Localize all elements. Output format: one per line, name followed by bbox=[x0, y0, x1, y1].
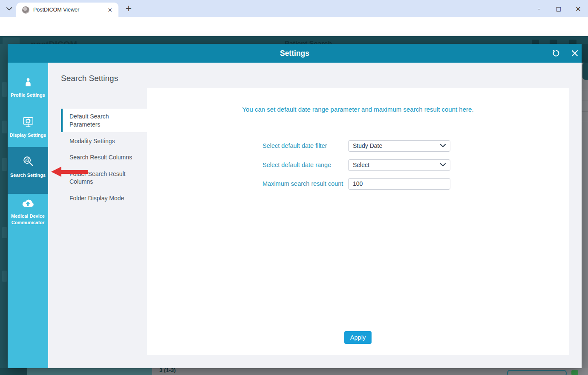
window-close-button[interactable]: × bbox=[568, 0, 588, 17]
site-favicon bbox=[22, 6, 29, 14]
settings-modal-header: Settings bbox=[8, 44, 582, 63]
window-maximize-button[interactable]: □ bbox=[549, 0, 568, 17]
tab-search-result-columns[interactable]: Search Result Columns bbox=[69, 153, 132, 161]
settings-modal: Settings Pro bbox=[8, 44, 582, 368]
arrow-head bbox=[51, 167, 61, 177]
sidebar-item-label: Profile Settings bbox=[9, 92, 48, 98]
person-icon bbox=[23, 77, 34, 88]
sidebar-item-label: Medical Device Communicator bbox=[9, 213, 48, 226]
tab-default-search-parameters[interactable]: Default Search Parameters bbox=[61, 109, 147, 132]
search-gear-icon bbox=[22, 156, 35, 168]
footer-corner bbox=[0, 368, 27, 375]
section-title: Search Settings bbox=[61, 74, 118, 83]
sidebar-item-label: Search Settings bbox=[9, 172, 48, 179]
form-row: Select default date filter Study Date bbox=[147, 138, 569, 153]
browser-toolbar: ← → ↻ germany.postdicom.com/Viewer/Main … bbox=[0, 17, 588, 36]
max-search-result-count-input[interactable] bbox=[348, 178, 450, 190]
app-sidebar-icon bbox=[2, 121, 7, 133]
new-tab-button[interactable]: + bbox=[123, 2, 135, 14]
sidebar-item-medical-device-communicator[interactable]: Medical Device Communicator bbox=[8, 194, 48, 237]
settings-refresh-button[interactable] bbox=[550, 48, 562, 59]
app-footer-dimmed: 3 (1-3) bbox=[0, 368, 588, 375]
settings-content-panel: You can set default date range parameter… bbox=[147, 88, 569, 355]
tab-modality-settings[interactable]: Modality Settings bbox=[69, 137, 115, 145]
settings-title: Settings bbox=[280, 49, 309, 58]
screen: PostDICOM Viewer × + – □ × ← → ↻ germany… bbox=[0, 0, 588, 375]
form-row: Maximum search result count bbox=[147, 176, 569, 191]
footer-teal-bar bbox=[27, 368, 152, 375]
tab-title: PostDICOM Viewer bbox=[33, 7, 106, 13]
default-date-range-select[interactable]: Select bbox=[348, 159, 450, 171]
app-sidebar-dimmed bbox=[0, 44, 8, 368]
row-divider bbox=[582, 111, 588, 112]
tab-close-icon[interactable]: × bbox=[106, 6, 114, 13]
row-divider bbox=[582, 90, 588, 90]
sidebar-item-search-settings[interactable]: Search Settings bbox=[8, 147, 48, 194]
chevron-down-icon bbox=[440, 163, 446, 167]
window-minimize-button[interactable]: – bbox=[529, 0, 549, 17]
arrow-tail bbox=[61, 170, 88, 174]
tab-search-button[interactable] bbox=[3, 3, 15, 14]
footer-green-badge bbox=[571, 370, 578, 375]
default-date-range-label: Select default date range bbox=[262, 162, 331, 168]
sidebar-item-label: Display Settings bbox=[9, 132, 48, 138]
settings-close-button[interactable] bbox=[568, 48, 581, 59]
default-date-filter-select[interactable]: Study Date bbox=[348, 140, 450, 152]
browser-tab[interactable]: PostDICOM Viewer × bbox=[16, 3, 118, 17]
app-content-dimmed-right bbox=[582, 44, 588, 368]
default-date-filter-label: Select default date filter bbox=[262, 142, 327, 149]
tab-label: Default Search Parameters bbox=[69, 112, 133, 128]
app-sidebar-icon bbox=[2, 227, 7, 238]
select-value: Select bbox=[353, 162, 369, 168]
cloud-upload-icon bbox=[21, 198, 35, 209]
monitor-gear-icon bbox=[22, 116, 35, 128]
row-divider bbox=[582, 101, 588, 101]
close-icon bbox=[571, 49, 579, 57]
app-right-dark bbox=[582, 44, 588, 63]
select-value: Study Date bbox=[353, 142, 382, 149]
sidebar-item-display-settings[interactable]: Display Settings bbox=[8, 111, 48, 147]
chevron-down-icon bbox=[440, 144, 446, 147]
app-sidebar-icon bbox=[2, 82, 7, 97]
app-right-panel bbox=[582, 63, 588, 80]
apply-button[interactable]: Apply bbox=[344, 331, 372, 344]
browser-tab-strip: PostDICOM Viewer × + – □ × bbox=[0, 0, 588, 17]
refresh-icon bbox=[551, 49, 561, 58]
max-search-result-count-label: Maximum search result count bbox=[262, 180, 343, 187]
result-count-text: 3 (1-3) bbox=[159, 368, 176, 373]
app-sidebar-icon bbox=[2, 271, 7, 282]
sidebar-item-profile-settings[interactable]: Profile Settings bbox=[8, 72, 48, 113]
tab-folder-display-mode[interactable]: Folder Display Mode bbox=[69, 194, 124, 202]
app-sidebar-icon bbox=[2, 158, 7, 171]
annotation-arrow-icon bbox=[51, 167, 88, 177]
panel-info-text: You can set default date range parameter… bbox=[147, 106, 569, 113]
form-row: Select default date range Select bbox=[147, 157, 569, 173]
settings-sidebar: Profile Settings Display Set bbox=[8, 63, 48, 368]
chevron-down-icon bbox=[6, 7, 12, 11]
row-divider bbox=[582, 122, 588, 122]
window-controls: – □ × bbox=[529, 0, 588, 17]
footer-button-outline bbox=[507, 370, 567, 375]
